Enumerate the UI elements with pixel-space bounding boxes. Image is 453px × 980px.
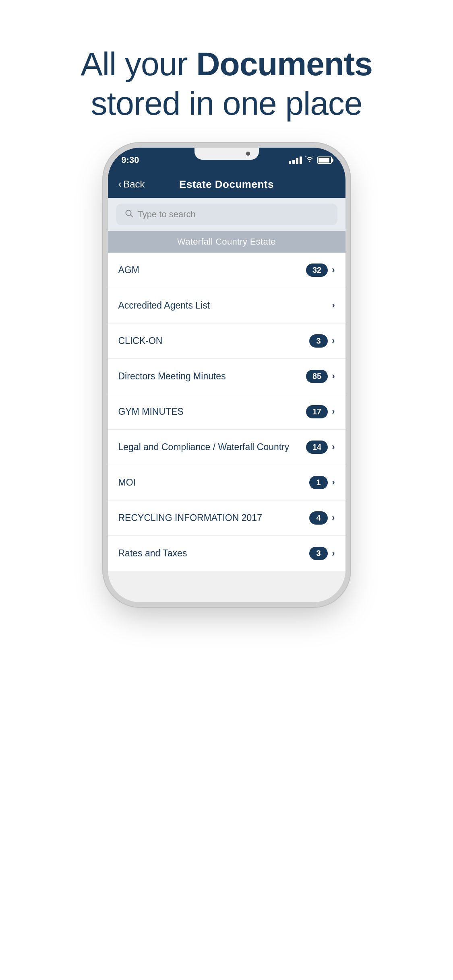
document-name: GYM MINUTES <box>118 406 306 417</box>
nav-title: Estate Documents <box>179 178 274 191</box>
document-right: 3› <box>309 547 335 560</box>
document-name: Legal and Compliance / Waterfall Country <box>118 442 306 453</box>
document-right: 85› <box>306 370 335 383</box>
back-chevron-icon: ‹ <box>118 178 122 190</box>
nav-bar: ‹ Back Estate Documents <box>108 173 345 198</box>
battery-fill <box>319 158 329 163</box>
hero-line1-text: All your <box>81 45 196 82</box>
search-bar[interactable]: Type to search <box>116 204 337 225</box>
document-right: 14› <box>306 441 335 454</box>
notch <box>194 148 259 160</box>
hero-section: All your Documents stored in one place <box>81 44 372 124</box>
document-list-item[interactable]: RECYCLING INFORMATION 20174› <box>108 500 345 536</box>
chevron-right-icon: › <box>332 336 335 346</box>
signal-bar-1 <box>289 161 291 164</box>
chevron-right-icon: › <box>332 371 335 381</box>
document-name: AGM <box>118 265 306 276</box>
chevron-right-icon: › <box>332 548 335 559</box>
search-placeholder: Type to search <box>138 209 196 220</box>
document-name: MOI <box>118 477 310 488</box>
signal-bar-4 <box>300 156 302 164</box>
document-count-badge: 14 <box>306 441 328 454</box>
chevron-right-icon: › <box>332 265 335 275</box>
section-header-text: Waterfall Country Estate <box>177 237 276 247</box>
hero-line1-bold: Documents <box>196 45 372 82</box>
document-list-item[interactable]: Accredited Agents List› <box>108 288 345 323</box>
phone-frame: 9:30 ‹ <box>108 148 345 602</box>
document-count-badge: 85 <box>306 370 328 383</box>
back-button[interactable]: ‹ Back <box>118 179 145 190</box>
chevron-right-icon: › <box>332 477 335 488</box>
section-header: Waterfall Country Estate <box>108 231 345 253</box>
search-icon <box>125 209 133 219</box>
signal-bar-2 <box>292 160 295 164</box>
back-label: Back <box>123 179 145 190</box>
battery-icon <box>317 156 332 164</box>
hero-line1: All your Documents <box>81 44 372 84</box>
document-count-badge: 3 <box>309 547 328 560</box>
document-list-item[interactable]: GYM MINUTES17› <box>108 394 345 430</box>
document-list-item[interactable]: CLICK-ON3› <box>108 323 345 359</box>
chevron-right-icon: › <box>332 442 335 452</box>
document-list-item[interactable]: AGM32› <box>108 253 345 288</box>
chevron-right-icon: › <box>332 300 335 311</box>
wifi-icon <box>305 156 314 164</box>
hero-line2: stored in one place <box>81 84 372 123</box>
document-count-badge: 1 <box>309 476 328 489</box>
document-list-item[interactable]: Rates and Taxes3› <box>108 536 345 571</box>
signal-bars-icon <box>289 156 302 164</box>
document-list: AGM32›Accredited Agents List›CLICK-ON3›D… <box>108 253 345 571</box>
document-right: 17› <box>306 405 335 418</box>
document-name: Rates and Taxes <box>118 548 310 559</box>
document-right: › <box>332 300 335 311</box>
document-name: CLICK-ON <box>118 336 310 346</box>
document-name: RECYCLING INFORMATION 2017 <box>118 513 310 523</box>
document-count-badge: 32 <box>306 264 328 277</box>
document-list-item[interactable]: Directors Meeting Minutes85› <box>108 359 345 394</box>
status-time: 9:30 <box>122 155 139 165</box>
status-icons <box>289 156 332 164</box>
document-count-badge: 3 <box>309 334 328 348</box>
phone-mockup: 9:30 ‹ <box>108 148 345 872</box>
search-container: Type to search <box>108 198 345 231</box>
document-name: Directors Meeting Minutes <box>118 371 306 382</box>
svg-line-1 <box>130 215 132 217</box>
document-right: 3› <box>309 334 335 348</box>
notch-camera <box>246 152 250 156</box>
document-right: 1› <box>309 476 335 489</box>
signal-bar-3 <box>296 158 298 164</box>
document-count-badge: 4 <box>309 511 328 525</box>
document-list-item[interactable]: Legal and Compliance / Waterfall Country… <box>108 430 345 465</box>
document-list-item[interactable]: MOI1› <box>108 465 345 500</box>
chevron-right-icon: › <box>332 513 335 523</box>
document-name: Accredited Agents List <box>118 300 332 311</box>
document-right: 32› <box>306 264 335 277</box>
document-count-badge: 17 <box>306 405 328 418</box>
chevron-right-icon: › <box>332 406 335 417</box>
status-bar: 9:30 <box>108 148 345 173</box>
document-right: 4› <box>309 511 335 525</box>
